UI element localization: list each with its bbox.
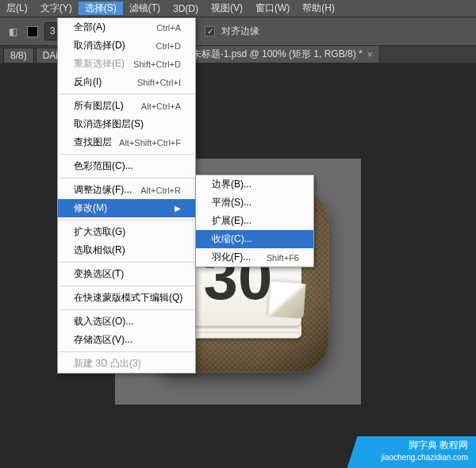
menu-color-range[interactable]: 色彩范围(C)...	[58, 157, 195, 175]
menu-refine-edge[interactable]: 调整边缘(F)...Alt+Ctrl+R	[58, 181, 195, 199]
menu-inverse[interactable]: 反向(I)Shift+Ctrl+I	[58, 73, 195, 91]
menu-find-layers[interactable]: 查找图层Alt+Shift+Ctrl+F	[58, 133, 195, 152]
separator	[59, 94, 194, 94]
menu-type[interactable]: 文字(Y)	[34, 2, 79, 15]
separator	[59, 351, 194, 352]
menu-modify[interactable]: 修改(M)▶	[58, 199, 195, 217]
menu-reselect: 重新选择(E)Shift+Ctrl+D	[58, 55, 195, 73]
submenu-border[interactable]: 边界(B)...	[196, 175, 313, 194]
tab-label: 8/8)	[10, 50, 27, 61]
chevron-right-icon: ▶	[175, 204, 181, 213]
select-menu-dropdown: 全部(A)Ctrl+A 取消选择(D)Ctrl+D 重新选择(E)Shift+C…	[57, 17, 196, 374]
menu-view[interactable]: 视图(V)	[205, 2, 249, 15]
menu-save-selection[interactable]: 存储选区(V)...	[58, 331, 195, 349]
align-edges-label: 对齐边缘	[221, 25, 259, 38]
menu-quick-mask[interactable]: 在快速蒙版模式下编辑(Q)	[58, 289, 195, 307]
watermark: 脚字典 教程网 jiaocheng.chazidian.com	[333, 424, 476, 468]
separator	[59, 178, 194, 178]
menu-layer[interactable]: 层(L)	[0, 2, 34, 15]
menu-deselect[interactable]: 取消选择(D)Ctrl+D	[58, 36, 195, 55]
submenu-contract[interactable]: 收缩(C)...	[196, 230, 313, 248]
menu-load-selection[interactable]: 载入选区(O)...	[58, 313, 195, 331]
watermark-title: 脚字典 教程网	[381, 439, 468, 451]
stroke-color-swatch[interactable]	[27, 26, 38, 37]
page-curl	[269, 282, 306, 319]
menu-grow[interactable]: 扩大选取(G)	[58, 223, 195, 241]
submenu-feather[interactable]: 羽化(F)...Shift+F6	[196, 248, 313, 267]
separator	[59, 286, 194, 286]
separator	[59, 309, 194, 310]
menu-new-3d: 新建 3D 凸出(3)	[58, 355, 195, 373]
watermark-url: jiaocheng.chazidian.com	[381, 451, 468, 463]
tool-preset-icon[interactable]: ◧	[5, 25, 21, 39]
modify-submenu: 边界(B)... 平滑(S)... 扩展(E)... 收缩(C)... 羽化(F…	[195, 175, 314, 267]
menu-select[interactable]: 选择(S)	[79, 2, 123, 15]
menu-all-layers[interactable]: 所有图层(L)Alt+Ctrl+A	[58, 97, 195, 115]
separator	[59, 262, 194, 263]
tab-label: 未标题-1.psd @ 100% (矩形 1, RGB/8) *	[192, 48, 363, 61]
doc-tab[interactable]: 未标题-1.psd @ 100% (矩形 1, RGB/8) *×	[185, 46, 380, 63]
menu-all[interactable]: 全部(A)Ctrl+A	[58, 18, 195, 36]
separator	[59, 154, 194, 155]
menu-help[interactable]: 帮助(H)	[296, 2, 341, 15]
menu-similar[interactable]: 选取相似(R)	[58, 241, 195, 259]
align-edges-checkbox[interactable]: ✓	[205, 26, 215, 36]
menubar: 层(L) 文字(Y) 选择(S) 滤镜(T) 3D(D) 视图(V) 窗口(W)…	[0, 0, 476, 17]
menu-3d[interactable]: 3D(D)	[167, 3, 205, 14]
doc-tab[interactable]: 8/8)	[3, 48, 34, 63]
submenu-expand[interactable]: 扩展(E)...	[196, 212, 313, 230]
menu-transform-selection[interactable]: 变换选区(T)	[58, 265, 195, 283]
menu-filter[interactable]: 滤镜(T)	[123, 2, 167, 15]
menu-window[interactable]: 窗口(W)	[249, 2, 296, 15]
separator	[59, 220, 194, 221]
submenu-smooth[interactable]: 平滑(S)...	[196, 194, 313, 212]
menu-deselect-layers[interactable]: 取消选择图层(S)	[58, 115, 195, 133]
close-icon[interactable]: ×	[367, 49, 373, 60]
